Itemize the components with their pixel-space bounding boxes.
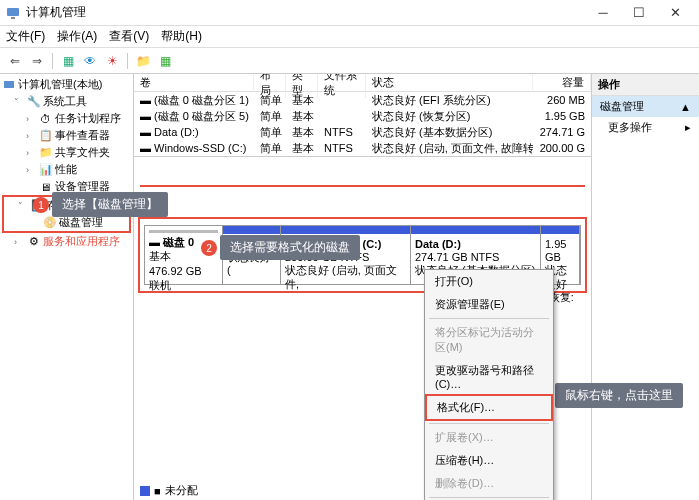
- volume-row[interactable]: ▬ Windows-SSD (C:)简单基本NTFS状态良好 (启动, 页面文件…: [134, 140, 591, 156]
- ctx-shrink[interactable]: 压缩卷(H)…: [425, 449, 553, 472]
- ctx-format[interactable]: 格式化(F)…: [425, 394, 553, 421]
- tree-root[interactable]: 计算机管理(本地): [0, 76, 133, 93]
- toolbar-icon-2[interactable]: 📁: [134, 52, 152, 70]
- forward-button[interactable]: ⇒: [28, 52, 46, 70]
- svg-rect-1: [11, 17, 15, 19]
- window-title: 计算机管理: [26, 4, 585, 21]
- refresh-button[interactable]: 👁: [81, 52, 99, 70]
- badge-1: 1: [33, 197, 49, 213]
- col-fs[interactable]: 文件系统: [318, 74, 366, 98]
- minimize-button[interactable]: ─: [585, 2, 621, 24]
- svg-rect-0: [7, 8, 19, 16]
- menu-view[interactable]: 查看(V): [109, 28, 149, 45]
- menubar: 文件(F) 操作(A) 查看(V) 帮助(H): [0, 26, 699, 48]
- maximize-button[interactable]: ☐: [621, 2, 657, 24]
- titlebar: 计算机管理 ─ ☐ ✕: [0, 0, 699, 26]
- legend: ■ 未分配: [140, 483, 198, 498]
- col-volume[interactable]: 卷: [134, 75, 254, 90]
- nav-tree: 计算机管理(本地) ˅🔧系统工具 ›⏱任务计划程序 ›📋事件查看器 ›📁共享文件…: [0, 74, 134, 500]
- app-icon: [6, 6, 20, 20]
- callout-2: 选择需要格式化的磁盘: [220, 235, 360, 260]
- menu-help[interactable]: 帮助(H): [161, 28, 202, 45]
- ctx-mark-active: 将分区标记为活动分区(M): [425, 321, 553, 359]
- toolbar-icon-3[interactable]: ▦: [156, 52, 174, 70]
- col-status[interactable]: 状态: [366, 75, 533, 90]
- tree-system-tools[interactable]: ˅🔧系统工具: [0, 93, 133, 110]
- close-button[interactable]: ✕: [657, 2, 693, 24]
- actions-panel: 操作 磁盘管理▲ 更多操作▸: [591, 74, 699, 500]
- actions-more[interactable]: 更多操作▸: [592, 117, 699, 138]
- ctx-extend: 扩展卷(X)…: [425, 426, 553, 449]
- help-button[interactable]: ☀: [103, 52, 121, 70]
- volume-list: 卷 布局 类型 文件系统 状态 容量 ▬ (磁盘 0 磁盘分区 1)简单基本状态…: [134, 74, 591, 157]
- ctx-delete: 删除卷(D)…: [425, 472, 553, 495]
- tree-performance[interactable]: ›📊性能: [0, 161, 133, 178]
- col-capacity[interactable]: 容量: [533, 75, 591, 90]
- menu-file[interactable]: 文件(F): [6, 28, 45, 45]
- volume-header: 卷 布局 类型 文件系统 状态 容量: [134, 74, 591, 92]
- actions-header: 操作: [592, 74, 699, 96]
- chevron-right-icon: ▸: [685, 121, 691, 134]
- callout-1: 选择【磁盘管理】: [52, 192, 168, 217]
- tree-task-scheduler[interactable]: ›⏱任务计划程序: [0, 110, 133, 127]
- ctx-change-drive[interactable]: 更改驱动器号和路径(C)…: [425, 359, 553, 394]
- badge-2: 2: [201, 240, 217, 256]
- tree-services[interactable]: ›⚙服务和应用程序: [0, 233, 133, 250]
- tree-event-viewer[interactable]: ›📋事件查看器: [0, 127, 133, 144]
- actions-diskmgmt[interactable]: 磁盘管理▲: [592, 96, 699, 117]
- volume-row[interactable]: ▬ (磁盘 0 磁盘分区 5)简单基本状态良好 (恢复分区)1.95 GB: [134, 108, 591, 124]
- menu-action[interactable]: 操作(A): [57, 28, 97, 45]
- toolbar: ⇐ ⇒ ▦ 👁 ☀ 📁 ▦: [0, 48, 699, 74]
- triangle-icon: ▲: [680, 101, 691, 113]
- callout-3: 鼠标右键，点击这里: [555, 383, 683, 408]
- ctx-explorer[interactable]: 资源管理器(E): [425, 293, 553, 316]
- svg-rect-2: [4, 81, 14, 88]
- ctx-open[interactable]: 打开(O): [425, 270, 553, 293]
- back-button[interactable]: ⇐: [6, 52, 24, 70]
- volume-row[interactable]: ▬ Data (D:)简单基本NTFS状态良好 (基本数据分区)274.71 G: [134, 124, 591, 140]
- toolbar-icon[interactable]: ▦: [59, 52, 77, 70]
- context-menu: 打开(O) 资源管理器(E) 将分区标记为活动分区(M) 更改驱动器号和路径(C…: [424, 269, 554, 500]
- tree-shared-folders[interactable]: ›📁共享文件夹: [0, 144, 133, 161]
